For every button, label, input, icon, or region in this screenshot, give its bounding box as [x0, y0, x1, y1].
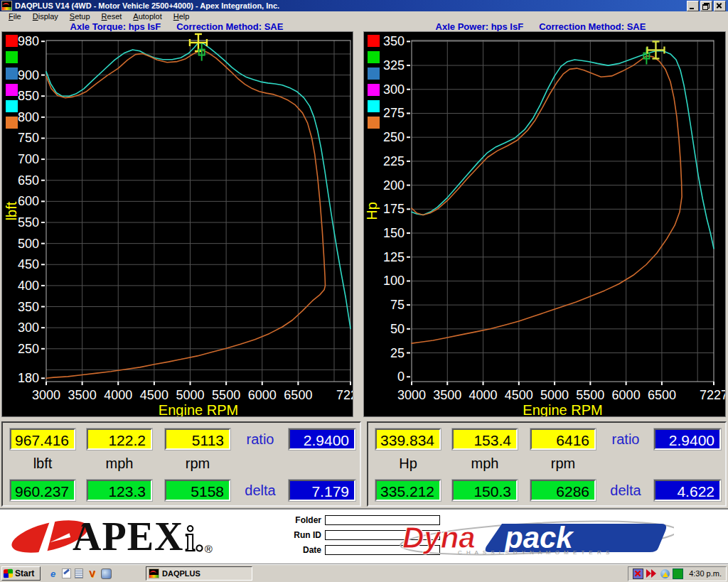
legend-swatch-1[interactable]	[6, 35, 18, 47]
legend-swatch-2[interactable]	[6, 51, 18, 63]
legend-swatch-4[interactable]	[6, 84, 18, 96]
y-tick-label: 500	[18, 237, 39, 251]
torque-chart-panel: 9809008508007507006506005505004504003503…	[1, 31, 353, 417]
legend-swatch-5[interactable]	[368, 100, 380, 112]
power-readout-panel: 339.834 153.4 6416 ratio 2.9400 Hp mph r…	[367, 421, 727, 507]
restore-button[interactable]	[700, 1, 712, 11]
document-icon[interactable]	[75, 568, 83, 578]
legend-swatch-2[interactable]	[368, 51, 380, 63]
menu-item-file[interactable]: File	[3, 12, 27, 21]
system-tray: 4:30 p.m.	[628, 566, 727, 581]
legend-swatch-6[interactable]	[6, 117, 18, 129]
marker-torque-rpm: 5158	[165, 480, 230, 501]
rpm-unit-label: rpm	[530, 456, 596, 472]
window-title: DAQPLUS V14 (4WD - Motor Vehicle 2500+40…	[15, 1, 684, 10]
chart-header-strip: Axle Torque: hps IsF Correction Method: …	[0, 21, 728, 31]
power-chart-panel: 3503253002752502252001751501251007550250…	[363, 31, 726, 417]
peak-power-mph: 153.4	[452, 429, 518, 450]
x-tick-label: 5000	[176, 388, 204, 402]
update-alert-icon[interactable]	[660, 569, 670, 578]
torque-chart-plot[interactable]: 9809008508007507006506005505004504003503…	[2, 32, 353, 416]
taskbar-clock: 4:30 p.m.	[686, 569, 722, 578]
menu-item-setup[interactable]: Setup	[64, 12, 96, 21]
peak-power-rpm: 6416	[530, 429, 596, 450]
y-tick-label: 50	[390, 322, 405, 336]
peak-torque-mph: 122.2	[87, 429, 152, 450]
messenger-icon[interactable]	[101, 568, 112, 579]
start-label: Start	[15, 568, 34, 578]
power-chart-plot[interactable]: 3503253002752502252001751501251007550250…	[364, 32, 725, 416]
legend-swatch-3[interactable]	[368, 68, 380, 80]
y-tick-label: 750	[18, 131, 39, 145]
x-tick-label: 5500	[576, 388, 604, 402]
legend-swatch-6[interactable]	[368, 117, 380, 129]
delta-label: delta	[601, 483, 650, 499]
x-tick-label: 6000	[248, 388, 277, 402]
readouts-area: 967.416 122.2 5113 ratio 2.9400 lbft mph…	[0, 420, 728, 508]
y-tick-label: 350	[18, 300, 39, 314]
plot-border	[412, 41, 714, 382]
charts-area: 9809008508007507006506005505004504003503…	[0, 31, 728, 420]
y-tick-label: 900	[18, 68, 39, 82]
rpm-unit-label: rpm	[165, 456, 230, 472]
torque-correction-method: Correction Method: SAE	[176, 21, 283, 32]
start-button[interactable]: Start	[1, 566, 41, 581]
power-correction-method: Correction Method: SAE	[539, 21, 646, 32]
y-tick-label: 350	[383, 34, 405, 48]
apex-accent: ´	[80, 511, 87, 551]
compose-icon[interactable]	[62, 568, 71, 578]
menu-item-help[interactable]: Help	[168, 12, 196, 21]
peak-power-value: 339.834	[375, 429, 441, 450]
daqplus-window: DAQPLUS V14 (4WD - Motor Vehicle 2500+40…	[0, 0, 728, 582]
peak-torque-value: 967.416	[10, 429, 75, 450]
y-tick-label: 175	[383, 202, 405, 216]
marker-power-mph: 150.3	[452, 480, 518, 501]
legend-swatch-3[interactable]	[6, 68, 18, 80]
power-unit-label: Hp	[375, 456, 441, 472]
y-tick-label: 25	[390, 346, 405, 360]
network-error-icon[interactable]	[633, 568, 643, 579]
torque-unit-label: lbft	[10, 456, 75, 472]
legend-swatch-4[interactable]	[368, 84, 380, 96]
marker-power-rpm: 6286	[530, 480, 596, 501]
menu-item-reset[interactable]: Reset	[96, 12, 128, 21]
legend-swatch-1[interactable]	[368, 35, 380, 47]
plot-border	[46, 41, 350, 382]
delta-value: 4.622	[654, 480, 721, 501]
x-tick-label: 6500	[284, 388, 312, 402]
taskbar: Start eV DAQPLUS 4:30 p.m.	[0, 564, 728, 582]
minimize-button[interactable]	[687, 1, 699, 11]
mph-unit-label: mph	[452, 456, 518, 472]
torque-chart-legend	[6, 35, 18, 129]
mph-unit-label: mph	[87, 456, 152, 472]
torque-chart-title: Axle Torque: hps IsF	[70, 21, 161, 32]
x-tick-label: 3500	[433, 388, 461, 402]
menu-item-autoplot[interactable]: Autoplot	[127, 12, 167, 21]
status-square-icon[interactable]	[673, 568, 683, 579]
taskbar-daqplus-button[interactable]: DAQPLUS	[146, 566, 252, 581]
peak-torque-rpm: 5113	[165, 429, 230, 450]
date-label: Date	[256, 545, 321, 555]
y-tick-label: 450	[18, 257, 39, 271]
y-tick-label: 0	[397, 370, 405, 384]
delta-value: 7.179	[289, 480, 355, 501]
x-tick-label: 7227	[336, 388, 353, 402]
x-tick-label: 3500	[68, 388, 97, 402]
menu-item-display[interactable]: Display	[27, 12, 64, 21]
y-tick-label: 250	[383, 130, 405, 144]
task-button-label: DAQPLUS	[162, 569, 200, 578]
y-tick-label: 650	[18, 173, 39, 188]
winamp-icon[interactable]: V	[87, 568, 97, 579]
apex-logo: ´ APEX i. ®	[7, 514, 213, 556]
x-tick-label: 7227	[700, 388, 725, 402]
series-run-1-cyan	[412, 51, 714, 249]
y-tick-label: 400	[18, 279, 39, 293]
close-button[interactable]	[714, 1, 726, 11]
legend-swatch-5[interactable]	[6, 100, 18, 112]
fast-forward-icon[interactable]	[646, 569, 658, 578]
ie-icon[interactable]: e	[48, 568, 58, 579]
daqplus-app-icon	[149, 568, 159, 578]
marker-torque-mph: 123.3	[87, 480, 152, 501]
y-tick-label: 200	[383, 178, 405, 193]
y-tick-label: 275	[383, 106, 405, 120]
